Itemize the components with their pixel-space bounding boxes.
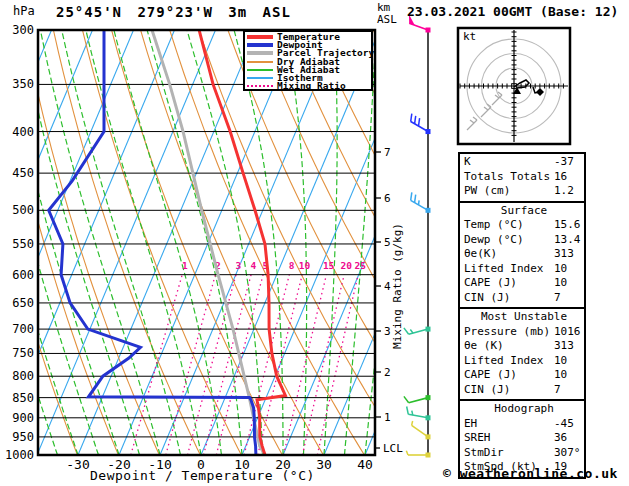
stat-value: 16 <box>554 170 584 185</box>
stat-label: EH <box>464 417 554 432</box>
stat-label: CIN (J) <box>464 383 554 398</box>
stat-label: StmDir <box>464 446 554 461</box>
stats-row: Lifted Index10 <box>464 354 584 369</box>
stats-section-header: Hodograph <box>464 402 584 417</box>
legend-item: Mixing Ratio <box>247 82 371 90</box>
svg-text:1000: 1000 <box>5 448 34 462</box>
stats-row: StmDir307° <box>464 446 584 461</box>
stats-row: θe(K)313 <box>464 247 584 262</box>
stat-label: CAPE (J) <box>464 368 554 383</box>
svg-text:700: 700 <box>12 322 34 336</box>
stat-value: 7 <box>554 291 584 306</box>
stats-section-most-unstable: Most UnstablePressure (mb)1016θe (K)313L… <box>458 307 586 401</box>
stat-label: Pressure (mb) <box>464 325 554 340</box>
stats-section-header: Most Unstable <box>464 310 584 325</box>
svg-text:30: 30 <box>316 457 332 472</box>
mixing-ratio-axis-label: Mixing Ratio (g/kg) <box>391 223 404 349</box>
stat-label: Lifted Index <box>464 262 554 277</box>
svg-text:1: 1 <box>182 260 188 271</box>
svg-text:350: 350 <box>12 77 34 91</box>
legend-swatch-temperature <box>247 35 273 39</box>
stats-row: θe (K)313 <box>464 339 584 354</box>
stat-label: K <box>464 155 554 170</box>
svg-text:300: 300 <box>12 23 34 37</box>
stats-row: CIN (J)7 <box>464 383 584 398</box>
pressure-axis-unit-label: hPa <box>13 4 35 18</box>
svg-text:550: 550 <box>12 237 34 251</box>
legend-swatch-mixing-ratio <box>247 85 273 87</box>
stat-value: 10 <box>554 368 584 383</box>
svg-text:800: 800 <box>12 369 34 383</box>
stat-value: 13.4 <box>554 233 584 248</box>
stat-value: 1.2 <box>554 184 584 199</box>
stat-value: 313 <box>554 247 584 262</box>
stat-value: 10 <box>554 276 584 291</box>
legend-label: Mixing Ratio <box>277 82 346 90</box>
stat-value: -45 <box>554 417 584 432</box>
stat-label: Totals Totals <box>464 170 554 185</box>
height-unit-asl: ASL <box>377 14 397 26</box>
stat-label: PW (cm) <box>464 184 554 199</box>
svg-text:500: 500 <box>12 203 34 217</box>
stats-row: Temp (°C)15.6 <box>464 218 584 233</box>
credit-footer: © weatheronline.co.uk <box>443 466 618 481</box>
stat-label: Lifted Index <box>464 354 554 369</box>
svg-text:20: 20 <box>341 260 353 271</box>
svg-text:2: 2 <box>384 366 391 379</box>
svg-text:650: 650 <box>12 296 34 310</box>
svg-text:40: 40 <box>357 457 373 472</box>
stat-label: Dewp (°C) <box>464 233 554 248</box>
run-date-label: 23.03.2021 00GMT (Base: 12) <box>407 4 618 19</box>
stat-label: CAPE (J) <box>464 276 554 291</box>
svg-text:600: 600 <box>12 268 34 282</box>
stats-row: Lifted Index10 <box>464 262 584 277</box>
svg-text:750: 750 <box>12 346 34 360</box>
svg-text:1: 1 <box>384 411 391 424</box>
stats-row: CAPE (J)10 <box>464 368 584 383</box>
stats-row: EH-45 <box>464 417 584 432</box>
stat-value: 10 <box>554 354 584 369</box>
stats-row: Dewp (°C)13.4 <box>464 233 584 248</box>
legend-swatch-dewpoint <box>247 43 273 47</box>
stat-label: θe(K) <box>464 247 554 262</box>
svg-text:25: 25 <box>355 260 367 271</box>
svg-text:400: 400 <box>12 125 34 139</box>
svg-text:950: 950 <box>12 430 34 444</box>
legend-swatch-parcel-trajectory <box>247 51 273 55</box>
svg-text:3: 3 <box>236 260 242 271</box>
stats-panel: K-37Totals Totals16PW (cm)1.2SurfaceTemp… <box>458 152 586 479</box>
svg-text:15: 15 <box>323 260 335 271</box>
hodograph-unit-label: kt <box>463 30 476 43</box>
stats-section-header: Surface <box>464 204 584 219</box>
stat-value: 1016 <box>554 325 584 340</box>
stat-label: SREH <box>464 431 554 446</box>
stat-label: θe (K) <box>464 339 554 354</box>
stat-value: 36 <box>554 431 584 446</box>
stats-row: SREH36 <box>464 431 584 446</box>
stat-value: 10 <box>554 262 584 277</box>
stats-row: CIN (J)7 <box>464 291 584 306</box>
stat-label: Temp (°C) <box>464 218 554 233</box>
skewt-sounding-page: 1234581015202530035040045050055060065070… <box>0 0 629 486</box>
svg-text:7: 7 <box>384 146 391 159</box>
stat-label: CIN (J) <box>464 291 554 306</box>
stats-section: K-37Totals Totals16PW (cm)1.2 <box>458 152 586 203</box>
svg-text:6: 6 <box>384 192 391 205</box>
legend-swatch-wet-adiabat <box>247 69 273 71</box>
svg-text:10: 10 <box>299 260 311 271</box>
height-axis-unit-label: km ASL <box>377 2 397 26</box>
stat-value: 15.6 <box>554 218 584 233</box>
stats-row: Totals Totals16 <box>464 170 584 185</box>
stats-section-surface: SurfaceTemp (°C)15.6Dewp (°C)13.4θe(K)31… <box>458 201 586 310</box>
svg-text:4: 4 <box>251 260 257 271</box>
legend-box: TemperatureDewpointParcel TrajectoryDry … <box>243 30 373 91</box>
stat-value: -37 <box>554 155 584 170</box>
legend-swatch-dry-adiabat <box>247 61 273 63</box>
stat-value: 7 <box>554 383 584 398</box>
stat-value: 307° <box>554 446 584 461</box>
stats-row: Pressure (mb)1016 <box>464 325 584 340</box>
stats-row: PW (cm)1.2 <box>464 184 584 199</box>
stats-row: K-37 <box>464 155 584 170</box>
svg-text:850: 850 <box>12 391 34 405</box>
x-axis-label: Dewpoint / Temperature (°C) <box>90 468 315 483</box>
